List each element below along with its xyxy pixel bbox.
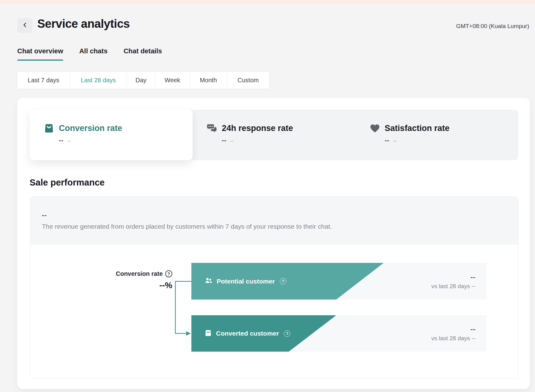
filter-month[interactable]: Month	[190, 72, 227, 89]
timezone-label: GMT+08:00 (Kuala Lumpur)	[456, 23, 529, 30]
tab-chat-details[interactable]: Chat details	[124, 47, 162, 61]
conversion-rate-block: Conversion rate ? --%	[116, 270, 172, 290]
shopping-bag-icon	[43, 123, 55, 134]
funnel-value-potential: --	[431, 273, 476, 280]
metric-value: --	[59, 137, 63, 144]
sale-performance-heading: Sale performance	[30, 178, 104, 188]
funnel-comparison-potential: vs last 28 days --	[431, 283, 476, 289]
metric-subvalue: --	[67, 138, 71, 143]
metric-subvalue: --	[393, 138, 397, 143]
metric-card-conversion-rate[interactable]: Conversion rate -- --	[30, 110, 193, 160]
conversion-rate-value: --%	[116, 281, 172, 290]
main-panel: Conversion rate -- -- 24h	[17, 98, 530, 389]
filter-custom[interactable]: Custom	[227, 72, 269, 89]
help-icon[interactable]: ?	[284, 330, 290, 337]
funnel-bar-label: Potential customer	[217, 278, 275, 285]
metric-subvalue: --	[230, 138, 234, 143]
funnel-track-converted: Converted customer ? -- vs last 28 days …	[191, 315, 487, 352]
sale-summary-value: --	[42, 211, 506, 219]
back-button[interactable]	[17, 18, 32, 33]
filter-last-28-days[interactable]: Last 28 days	[70, 72, 127, 89]
service-analytics-page: Service analytics GMT+08:00 (Kuala Lumpu…	[0, 0, 535, 392]
metric-title: Satisfaction rate	[385, 124, 449, 133]
chat-bubbles-icon	[206, 123, 218, 134]
filter-day[interactable]: Day	[127, 72, 155, 89]
metric-card-row: Conversion rate -- -- 24h	[30, 110, 518, 160]
conversion-rate-label: Conversion rate	[116, 270, 163, 277]
date-range-filter: Last 7 days Last 28 days Day Week Month …	[17, 71, 269, 89]
funnel-bar-potential-customer: Potential customer ?	[191, 263, 384, 300]
filter-week[interactable]: Week	[155, 72, 190, 89]
filter-last-7-days[interactable]: Last 7 days	[17, 72, 70, 89]
sale-summary-section: -- The revenue generated from orders pla…	[30, 197, 518, 245]
metric-value: --	[222, 137, 227, 144]
tab-chat-overview[interactable]: Chat overview	[17, 47, 63, 61]
funnel-bar-label: Converted customer	[216, 330, 279, 337]
top-notification-banner	[0, 0, 535, 3]
heart-icon	[369, 123, 380, 134]
metric-title: Conversion rate	[59, 124, 122, 133]
help-icon[interactable]: ?	[165, 270, 172, 277]
sale-summary-description: The revenue generated from orders placed…	[42, 223, 506, 230]
tab-bar: Chat overview All chats Chat details	[17, 47, 162, 61]
metric-value: --	[385, 137, 389, 144]
people-icon	[204, 276, 213, 286]
shopping-bag-icon	[204, 329, 212, 338]
metric-card-satisfaction-rate[interactable]: Satisfaction rate -- --	[355, 110, 518, 160]
metric-card-24h-response-rate[interactable]: 24h response rate -- --	[193, 110, 356, 160]
funnel-bar-converted-customer: Converted customer ?	[191, 315, 336, 352]
page-title: Service analytics	[37, 17, 130, 31]
help-icon[interactable]: ?	[280, 278, 286, 284]
funnel-track-potential: Potential customer ? -- vs last 28 days …	[191, 263, 487, 300]
funnel-comparison-converted: vs last 28 days --	[431, 335, 476, 342]
sale-performance-card: -- The revenue generated from orders pla…	[30, 196, 518, 378]
metric-title: 24h response rate	[222, 124, 293, 133]
chevron-left-icon	[22, 22, 28, 29]
tab-all-chats[interactable]: All chats	[79, 47, 108, 61]
funnel-value-converted: --	[431, 325, 476, 333]
